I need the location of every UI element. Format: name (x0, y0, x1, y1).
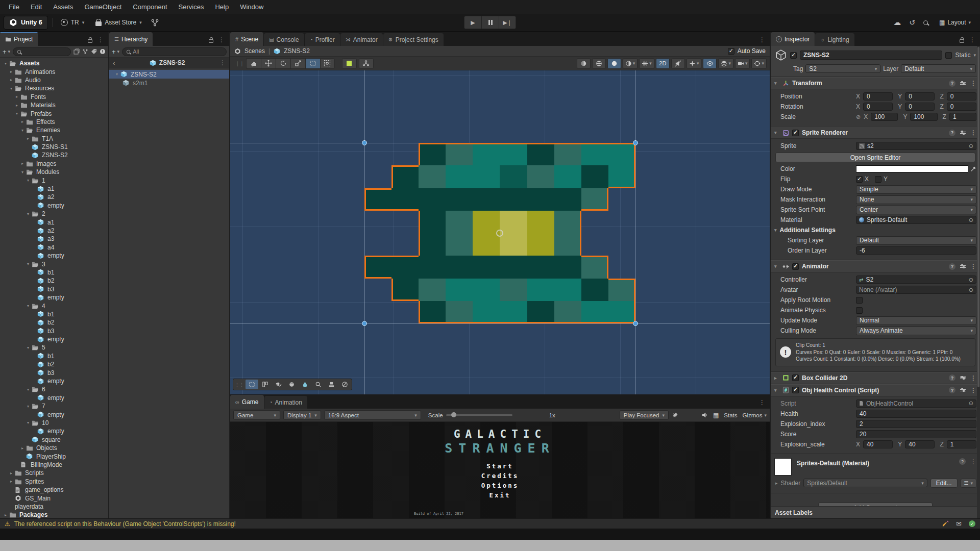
transform-header[interactable]: ▾ Transform ?⋮ (771, 77, 980, 89)
scale-x-field[interactable]: 100 (871, 113, 898, 121)
tree-item-b3[interactable]: b3 (0, 327, 108, 335)
tree-item-b2[interactable]: b2 (0, 318, 108, 327)
kebab-menu-icon[interactable]: ⋮ (218, 36, 225, 43)
tree-item-a2[interactable]: a2 (0, 227, 108, 235)
draw-mode-button[interactable] (577, 58, 591, 69)
position-y-field[interactable]: 0 (905, 92, 935, 101)
tree-item-b1[interactable]: b1 (0, 268, 108, 277)
health-script-header[interactable]: ▾ # Obj Health Control (Script) ?⋮ (771, 384, 980, 396)
create-object-button[interactable]: + ▾ (112, 48, 119, 56)
custom-tool[interactable] (359, 58, 374, 69)
presets-icon[interactable] (960, 389, 966, 391)
stats-button[interactable]: Stats (724, 412, 737, 418)
tab-project[interactable]: Project (0, 32, 38, 46)
tree-item-a4[interactable]: a4 (0, 243, 108, 252)
shader-edit-button[interactable]: Edit... (930, 479, 958, 488)
scenes-label[interactable]: Scenes (244, 47, 265, 55)
gizmos-sphere-button[interactable]: ▾ (751, 58, 767, 69)
pause-button[interactable] (481, 16, 499, 29)
status-bar[interactable]: ⚠ The referenced script on this Behaviou… (0, 518, 980, 529)
version-control-button[interactable] (148, 16, 162, 30)
tree-item-3[interactable]: ▾3 (0, 260, 108, 268)
tree-item-b1[interactable]: b1 (0, 352, 108, 360)
tab-animator[interactable]: ⋊Animator (340, 33, 383, 46)
tree-item-b3[interactable]: b3 (0, 285, 108, 293)
tree-item-materials[interactable]: ▸Materials (0, 101, 108, 109)
component-enabled-checkbox[interactable] (792, 130, 799, 136)
animator-header[interactable]: ▾ Animator ?⋮ (771, 260, 980, 272)
game-mode-dropdown[interactable]: Game ▾ (233, 410, 280, 420)
foldout-arrow-icon[interactable]: ▸ (774, 375, 779, 381)
search-by-type-icon[interactable] (82, 48, 88, 55)
tree-item-6[interactable]: ▾6 (0, 385, 108, 393)
tree-item-scripts[interactable]: ▸Scripts (0, 469, 108, 477)
position-x-field[interactable]: 0 (863, 92, 893, 101)
kebab-menu-icon[interactable]: ⋮ (970, 129, 976, 136)
camera-button[interactable]: ▾ (735, 58, 750, 69)
material-object-field[interactable]: Sprites-Default ⊙ (856, 216, 976, 224)
menu-item-component[interactable]: Component (127, 0, 173, 14)
controller-object-field[interactable]: ⇄ S2 ⊙ (856, 276, 976, 284)
eyedropper-icon[interactable] (970, 166, 976, 172)
layer-dropdown[interactable]: Default▾ (901, 64, 976, 73)
tree-item-empty[interactable]: empty (0, 410, 108, 418)
sprite-pivot[interactable] (496, 230, 503, 237)
tab-game[interactable]: ∞Game (230, 395, 264, 409)
help-icon[interactable]: ? (959, 458, 966, 465)
gameobject-name-field[interactable]: ZSNS-S2 (800, 51, 942, 60)
account-dropdown[interactable]: TR ▾ (58, 16, 88, 30)
game-menu-item-start[interactable]: Start (486, 462, 513, 470)
expander-open-icon[interactable]: ▾ (2, 61, 9, 66)
culling-mode-dropdown[interactable]: Always Animate▾ (856, 327, 976, 335)
link-scale-icon[interactable]: ⊘ (856, 114, 861, 120)
color-swatch[interactable] (856, 165, 968, 172)
tree-item-empty[interactable]: empty (0, 293, 108, 302)
speaker-icon[interactable] (701, 412, 708, 418)
flip-y-checkbox[interactable] (875, 176, 881, 183)
hand-tool[interactable] (246, 58, 261, 69)
tree-item-packages[interactable]: ▸Packages (0, 511, 108, 518)
kebab-menu-icon[interactable]: ⋮ (97, 36, 104, 43)
expander-open-icon[interactable]: ▾ (24, 304, 32, 308)
tree-item-b3[interactable]: b3 (0, 368, 108, 377)
tree-item-modules[interactable]: ▾Modules (0, 168, 108, 176)
alert-icon[interactable] (100, 48, 106, 55)
menu-item-window[interactable]: Window (234, 0, 269, 14)
presets-icon[interactable] (960, 265, 966, 268)
droplet-tool[interactable] (299, 380, 311, 389)
kebab-menu-icon[interactable]: ⋮ (970, 458, 976, 465)
inspector-scrollbar[interactable] (977, 46, 980, 518)
expander-open-icon[interactable]: ▾ (24, 178, 32, 183)
avatar-object-field[interactable]: None (Avatar) ⊙ (856, 286, 976, 294)
tree-item-7[interactable]: ▾7 (0, 402, 108, 410)
expander-closed-icon[interactable]: ▸ (19, 119, 26, 124)
expander-open-icon[interactable]: ▾ (13, 111, 20, 116)
expander-closed-icon[interactable]: ▸ (19, 161, 26, 166)
component-enabled-checkbox[interactable] (792, 374, 799, 381)
explosion-scale-z-field[interactable]: 1 (947, 440, 976, 448)
tree-item-objects[interactable]: ▸Objects (0, 444, 108, 452)
animate-physics-checkbox[interactable] (856, 307, 863, 314)
expander-open-icon[interactable]: ▾ (19, 128, 26, 133)
inspector-scrollbar-thumb[interactable] (977, 47, 979, 387)
kebab-menu-icon[interactable]: ⋮ (969, 36, 975, 43)
tree-item-5[interactable]: ▾5 (0, 343, 108, 352)
menu-item-gameobject[interactable]: GameObject (79, 0, 127, 14)
open-sprite-editor-button[interactable]: Open Sprite Editor (775, 153, 975, 162)
rect-handle-bottom-right[interactable] (633, 321, 638, 326)
history-button[interactable]: ↺ (909, 18, 915, 27)
expander-open-icon[interactable]: ▾ (24, 262, 32, 266)
kebab-menu-icon[interactable]: ⋮ (759, 36, 765, 43)
rect-handle-bottom-left[interactable] (362, 321, 367, 326)
score-field[interactable]: 20 (856, 430, 976, 438)
tree-item-t1a[interactable]: ▸T1A (0, 135, 108, 143)
tilemap-paint-tool[interactable] (272, 380, 285, 389)
scale-y-field[interactable]: 100 (910, 113, 937, 121)
tree-item-empty[interactable]: empty (0, 202, 108, 210)
tab-project-settings[interactable]: ⚙Project Settings (383, 33, 444, 46)
move-tool[interactable] (261, 58, 276, 69)
game-menu-item-credits[interactable]: Credits (481, 472, 519, 480)
expander-closed-icon[interactable]: ▸ (2, 513, 9, 517)
tree-item-playerdata[interactable]: playerdata (0, 503, 108, 511)
tree-item-a3[interactable]: a3 (0, 235, 108, 243)
